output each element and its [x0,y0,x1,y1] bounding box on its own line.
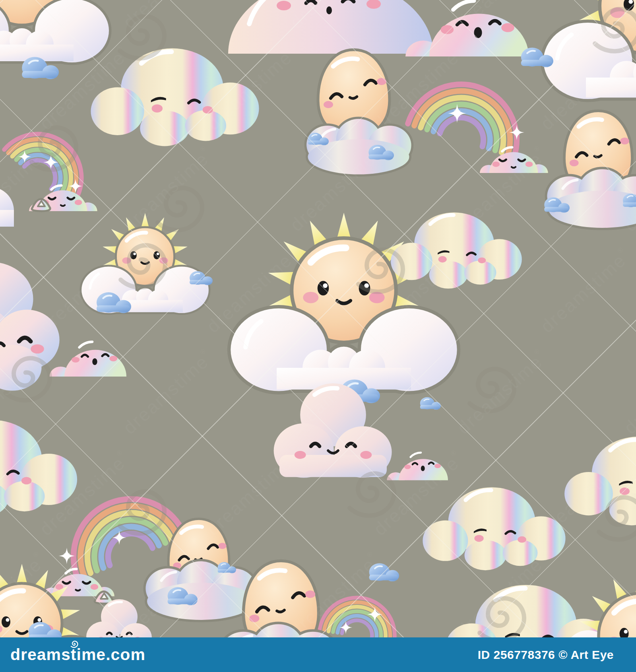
dome-2 [228,0,433,54]
sun-0 [0,0,109,62]
watermark-spiral-0 [120,16,165,58]
rainbow-8 [408,70,531,156]
surprise-34 [50,342,126,377]
holo-28 [391,212,522,289]
holo-7 [91,48,259,146]
holo-59 [446,585,612,637]
watermark-bar: dreamstime.com ID 256778376 © Art Eye [0,637,636,672]
rainbow-41 [56,482,184,578]
blue-49 [218,562,236,573]
watermark-spiral-9 [350,474,394,516]
blue-38 [420,397,441,410]
watermark-spiral-11 [470,369,514,411]
eggcloud-30 [547,169,636,228]
holo-39 [423,487,565,570]
pattern-image: dreamstime®dreamstime®dreamstime®dreamst… [0,0,636,672]
image-id: ID 256778376 [478,648,555,661]
eggcloud-11 [306,119,411,174]
image-author: © Art Eye [558,648,614,661]
puff-19 [0,187,14,227]
image-credit: ID 256778376 © Art Eye [478,648,614,662]
smile-50 [86,599,152,637]
surprise-37 [387,453,448,480]
blue-25 [190,271,213,285]
artwork-canvas [0,0,636,637]
holo-35 [0,420,77,517]
eggcloud-47 [145,561,256,620]
blue-58 [369,563,399,582]
rainbow-53 [320,593,399,637]
dreamstime-logo: dreamstime.com [10,647,145,663]
dreamstime-spiral-icon [70,640,79,648]
watermark-spiral-10 [158,188,202,230]
